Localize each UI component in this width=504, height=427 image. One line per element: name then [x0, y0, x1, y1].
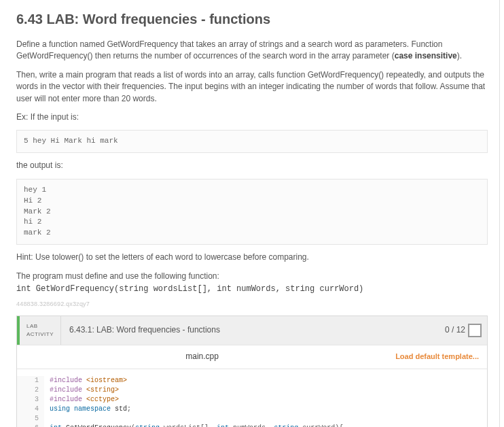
- activity-score-text: 0 / 12: [445, 324, 465, 336]
- code-line[interactable]: #include <string>: [50, 386, 487, 395]
- desc-1b: ).: [457, 51, 462, 61]
- code-line[interactable]: int GetWordFrequency(string wordsList[],…: [50, 424, 487, 427]
- activity-header: LAB ACTIVITY 6.43.1: LAB: Word frequenci…: [17, 316, 487, 345]
- line-number: 6: [17, 424, 39, 427]
- page-title: 6.43 LAB: Word frequencies - functions: [16, 10, 488, 29]
- desc-1a: Define a function named GetWordFrequency…: [16, 39, 442, 61]
- score-box-icon: [468, 324, 482, 337]
- code-line[interactable]: using namespace std;: [50, 405, 487, 414]
- code-line[interactable]: #include <cctype>: [50, 395, 487, 405]
- activity-container: LAB ACTIVITY 6.43.1: LAB: Word frequenci…: [16, 315, 488, 427]
- description-1: Define a function named GetWordFrequency…: [16, 39, 488, 63]
- code-line[interactable]: [50, 414, 487, 424]
- example-input-label: Ex: If the input is:: [16, 112, 488, 123]
- hint-text: Hint: Use tolower() to set the letters o…: [16, 252, 488, 263]
- activity-badge-line1: LAB: [26, 322, 54, 330]
- activity-badge: LAB ACTIVITY: [20, 316, 61, 345]
- must-define-text: The program must define and use the foll…: [16, 271, 488, 282]
- activity-badge-line2: ACTIVITY: [26, 330, 54, 339]
- editor-codearea[interactable]: #include <iostream>#include <string>#inc…: [44, 376, 487, 427]
- line-number: 1: [17, 376, 39, 386]
- activity-score: 0 / 12: [439, 316, 487, 345]
- load-default-template-button[interactable]: Load default template...: [387, 352, 487, 362]
- editor-gutter: 12345678910111213: [17, 376, 44, 427]
- example-output-label: the output is:: [16, 160, 488, 171]
- line-number: 5: [17, 414, 39, 424]
- example-input-code: 5 hey Hi Mark hi mark: [16, 130, 488, 153]
- line-number: 3: [17, 395, 39, 405]
- activity-title: 6.43.1: LAB: Word frequencies - function…: [61, 316, 439, 345]
- example-output-code: hey 1 Hi 2 Mark 2 hi 2 mark 2: [16, 179, 488, 245]
- function-signature: int GetWordFrequency(string wordsList[],…: [16, 284, 488, 295]
- desc-1-bold: case insensitive: [395, 51, 457, 61]
- code-line[interactable]: #include <iostream>: [50, 376, 487, 386]
- file-tab-row: main.cpp Load default template...: [17, 345, 487, 369]
- description-2: Then, write a main program that reads a …: [16, 69, 488, 105]
- hash-id: 448838.3286692.qx3zqy7: [16, 300, 488, 309]
- line-number: 2: [17, 386, 39, 395]
- code-editor[interactable]: 12345678910111213 #include <iostream>#in…: [17, 369, 487, 427]
- line-number: 4: [17, 405, 39, 414]
- file-tab[interactable]: main.cpp: [180, 351, 224, 362]
